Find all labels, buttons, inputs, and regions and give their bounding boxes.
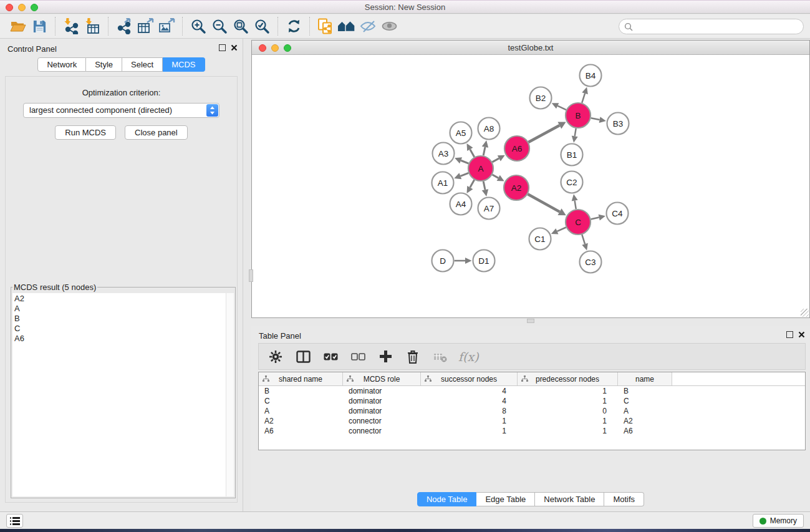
function-builder-button[interactable]: f(x) (458, 350, 479, 364)
show-all-button[interactable] (378, 16, 400, 36)
edge-D-D1[interactable] (455, 258, 472, 264)
table-row[interactable]: A6connector11A6 (259, 426, 805, 436)
edge-B-B3[interactable] (591, 117, 606, 123)
edge-B-B4[interactable] (582, 87, 588, 103)
cell[interactable]: 0 (518, 407, 618, 415)
edge-A-A6[interactable] (492, 155, 504, 162)
node-C3[interactable]: C3 (580, 251, 602, 273)
result-item-a[interactable]: A (14, 304, 226, 314)
zoom-selected-button[interactable] (251, 16, 272, 36)
node-A5[interactable]: A5 (450, 122, 472, 144)
table-row[interactable]: Adominator80A (259, 406, 805, 416)
table-row[interactable]: A2connector11A2 (259, 416, 805, 426)
delete-table-button[interactable] (431, 347, 450, 366)
close-table-panel-button[interactable] (798, 331, 805, 338)
vertical-split-handle[interactable] (249, 269, 253, 282)
cell[interactable]: C (618, 397, 672, 405)
import-network-button[interactable] (60, 16, 82, 36)
tab-network-table[interactable]: Network Table (535, 492, 604, 506)
new-network-from-selection-button[interactable] (315, 16, 336, 36)
tab-select[interactable]: Select (122, 57, 163, 72)
node-D1[interactable]: D1 (473, 250, 495, 272)
edge-C-C1[interactable] (551, 227, 566, 234)
criterion-dropdown[interactable]: largest connected component (directed) (23, 103, 219, 118)
cell[interactable]: 1 (518, 387, 618, 395)
column-header-shared-name[interactable]: shared name (259, 372, 343, 385)
tab-mcds[interactable]: MCDS (163, 57, 205, 72)
network-graph[interactable]: B4B2BB3A8A5A6A3B1AA1C2A2A4A7C4CC1C3DD1 (252, 55, 809, 317)
edge-A-A5[interactable] (467, 143, 475, 157)
column-header-successor-nodes[interactable]: successor nodes (421, 372, 518, 385)
node-A1[interactable]: A1 (432, 172, 454, 194)
open-session-button[interactable] (7, 16, 29, 36)
node-C2[interactable]: C2 (561, 172, 583, 193)
cell[interactable]: connector (343, 427, 421, 435)
delete-column-button[interactable] (403, 347, 422, 366)
node-B[interactable]: B (566, 103, 591, 128)
cell[interactable]: B (259, 387, 343, 395)
tab-motifs[interactable]: Motifs (604, 492, 644, 506)
first-neighbors-button[interactable] (336, 16, 357, 36)
column-view-button[interactable] (294, 347, 312, 366)
cell[interactable]: 4 (421, 387, 518, 395)
table-settings-button[interactable] (266, 347, 285, 366)
edge-A-A2[interactable] (492, 175, 504, 181)
node-C4[interactable]: C4 (607, 203, 629, 225)
cell[interactable]: A2 (618, 417, 672, 425)
zoom-out-button[interactable] (209, 16, 230, 36)
cell[interactable]: 1 (421, 427, 518, 435)
node-A8[interactable]: A8 (478, 118, 500, 140)
run-mcds-button[interactable]: Run MCDS (55, 125, 116, 140)
resize-grip-icon[interactable] (801, 309, 809, 317)
cell[interactable]: A (259, 407, 343, 415)
deselect-all-columns-button[interactable] (349, 347, 367, 366)
edge-B-B1[interactable] (572, 128, 578, 143)
edge-A-A1[interactable] (454, 173, 468, 179)
cell[interactable]: 1 (518, 397, 618, 405)
node-C[interactable]: C (566, 210, 591, 235)
tab-network[interactable]: Network (37, 57, 86, 72)
select-all-columns-button[interactable] (321, 347, 340, 366)
tab-node-table[interactable]: Node Table (417, 492, 477, 506)
cell[interactable]: dominator (343, 387, 421, 395)
edge-A-A8[interactable] (482, 140, 488, 155)
edge-A6-B[interactable] (528, 122, 566, 142)
network-canvas[interactable]: B4B2BB3A8A5A6A3B1AA1C2A2A4A7C4CC1C3DD1 (252, 55, 809, 317)
hide-selected-button[interactable] (357, 16, 378, 36)
cell[interactable]: 8 (421, 407, 518, 415)
export-network-button[interactable] (113, 16, 135, 36)
cell[interactable]: connector (343, 417, 421, 425)
float-panel-button[interactable] (219, 44, 226, 51)
task-history-button[interactable] (6, 514, 23, 528)
export-table-button[interactable] (135, 16, 156, 36)
cell[interactable]: dominator (343, 407, 421, 415)
float-table-panel-button[interactable] (786, 331, 793, 338)
cell[interactable]: 4 (421, 397, 518, 405)
node-C1[interactable]: C1 (529, 228, 551, 250)
edge-C-C4[interactable] (591, 215, 605, 221)
node-B2[interactable]: B2 (530, 87, 552, 109)
node-B1[interactable]: B1 (561, 144, 583, 166)
edge-C-C2[interactable] (572, 194, 578, 209)
result-item-a2[interactable]: A2 (14, 294, 226, 304)
column-header-name[interactable]: name (618, 372, 672, 385)
cell[interactable]: B (618, 387, 672, 395)
cell[interactable]: A6 (618, 427, 672, 435)
cell[interactable]: 1 (518, 417, 618, 425)
cell[interactable]: 1 (421, 417, 518, 425)
node-A4[interactable]: A4 (450, 193, 472, 215)
table-row[interactable]: Bdominator41B (259, 386, 805, 396)
cell[interactable]: A6 (259, 427, 343, 435)
edge-C-C3[interactable] (582, 235, 588, 250)
node-D[interactable]: D (432, 250, 454, 272)
save-session-button[interactable] (29, 16, 50, 36)
result-item-c[interactable]: C (14, 324, 226, 334)
column-header-predecessor-nodes[interactable]: predecessor nodes (518, 372, 618, 385)
edge-A2-C[interactable] (528, 194, 566, 215)
import-table-button[interactable] (82, 16, 103, 36)
cell[interactable]: 1 (518, 427, 618, 435)
node-A7[interactable]: A7 (478, 198, 500, 220)
node-B4[interactable]: B4 (580, 65, 602, 87)
column-header-MCDS-role[interactable]: MCDS role (343, 372, 421, 385)
close-panel-button[interactable] (231, 44, 238, 51)
